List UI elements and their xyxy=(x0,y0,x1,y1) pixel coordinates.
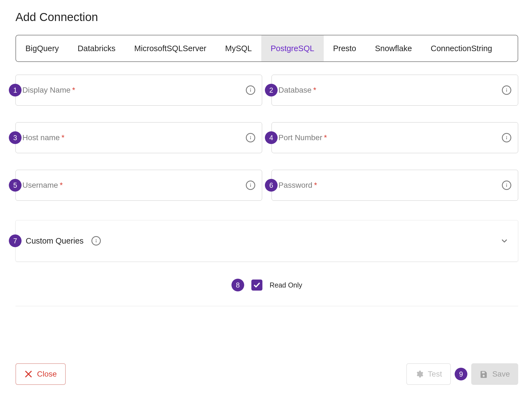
port-number-label: Port Number* xyxy=(278,133,499,142)
info-icon[interactable] xyxy=(502,181,511,190)
step-badge-7: 7 xyxy=(9,234,22,247)
save-icon xyxy=(480,370,488,378)
tab-presto[interactable]: Presto xyxy=(324,35,366,61)
svg-rect-5 xyxy=(250,137,251,140)
svg-rect-13 xyxy=(96,241,96,243)
footer: Close Test 9 Save xyxy=(15,363,518,385)
connection-type-tabbar: BigQuery Databricks MicrosoftSQLServer M… xyxy=(15,35,518,62)
password-field[interactable]: Password* xyxy=(272,170,518,201)
info-icon[interactable] xyxy=(246,85,255,95)
step-badge-8: 8 xyxy=(231,279,244,291)
step-badge-9: 9 xyxy=(455,368,467,380)
connection-form: 1 Display Name* 2 Database* xyxy=(15,75,518,201)
test-button[interactable]: Test xyxy=(406,363,451,385)
close-icon xyxy=(24,370,33,378)
info-icon[interactable] xyxy=(502,85,511,95)
save-button[interactable]: Save xyxy=(471,363,518,385)
svg-rect-3 xyxy=(506,90,507,92)
tab-databricks[interactable]: Databricks xyxy=(68,35,125,61)
svg-point-4 xyxy=(250,136,251,137)
svg-rect-11 xyxy=(506,185,507,187)
svg-point-6 xyxy=(506,136,507,137)
tab-bigquery[interactable]: BigQuery xyxy=(16,35,68,61)
close-button[interactable]: Close xyxy=(15,363,66,385)
tab-connectionstring[interactable]: ConnectionString xyxy=(421,35,501,61)
host-name-label: Host name* xyxy=(22,133,243,142)
page-title: Add Connection xyxy=(15,11,518,24)
svg-rect-1 xyxy=(250,90,251,92)
info-icon[interactable] xyxy=(91,236,101,246)
svg-point-0 xyxy=(250,88,251,89)
save-button-label: Save xyxy=(492,370,510,378)
info-icon[interactable] xyxy=(246,133,255,142)
step-badge-6: 6 xyxy=(265,179,278,192)
custom-queries-accordion[interactable]: Custom Queries xyxy=(15,220,518,262)
tab-postgresql[interactable]: PostgreSQL xyxy=(261,35,324,61)
divider xyxy=(15,306,518,306)
svg-point-12 xyxy=(96,239,96,240)
svg-point-8 xyxy=(250,184,251,184)
info-icon[interactable] xyxy=(502,133,511,142)
username-field[interactable]: Username* xyxy=(15,170,262,201)
display-name-field[interactable]: Display Name* xyxy=(15,75,262,106)
svg-rect-9 xyxy=(250,185,251,187)
step-badge-5: 5 xyxy=(9,179,22,192)
tab-microsoftsqlserver[interactable]: MicrosoftSQLServer xyxy=(125,35,216,61)
database-field[interactable]: Database* xyxy=(272,75,518,106)
step-badge-3: 3 xyxy=(9,131,22,144)
readonly-label: Read Only xyxy=(270,281,302,289)
username-label: Username* xyxy=(22,181,243,190)
host-name-field[interactable]: Host name* xyxy=(15,122,262,153)
tab-snowflake[interactable]: Snowflake xyxy=(365,35,421,61)
gear-icon xyxy=(415,370,423,378)
database-label: Database* xyxy=(278,86,499,95)
port-number-field[interactable]: Port Number* xyxy=(272,122,518,153)
info-icon[interactable] xyxy=(246,181,255,190)
step-badge-2: 2 xyxy=(265,84,278,96)
svg-rect-7 xyxy=(506,137,507,140)
svg-point-2 xyxy=(506,88,507,89)
password-label: Password* xyxy=(278,181,499,190)
custom-queries-label: Custom Queries xyxy=(26,236,84,246)
step-badge-4: 4 xyxy=(265,131,278,144)
test-button-label: Test xyxy=(428,370,442,378)
display-name-label: Display Name* xyxy=(22,86,243,95)
svg-point-10 xyxy=(506,184,507,184)
readonly-checkbox[interactable] xyxy=(251,280,262,291)
readonly-row: 8 Read Only xyxy=(15,278,518,292)
tab-mysql[interactable]: MySQL xyxy=(216,35,261,61)
step-badge-1: 1 xyxy=(9,84,22,96)
close-button-label: Close xyxy=(37,370,57,378)
chevron-down-icon xyxy=(501,237,508,244)
